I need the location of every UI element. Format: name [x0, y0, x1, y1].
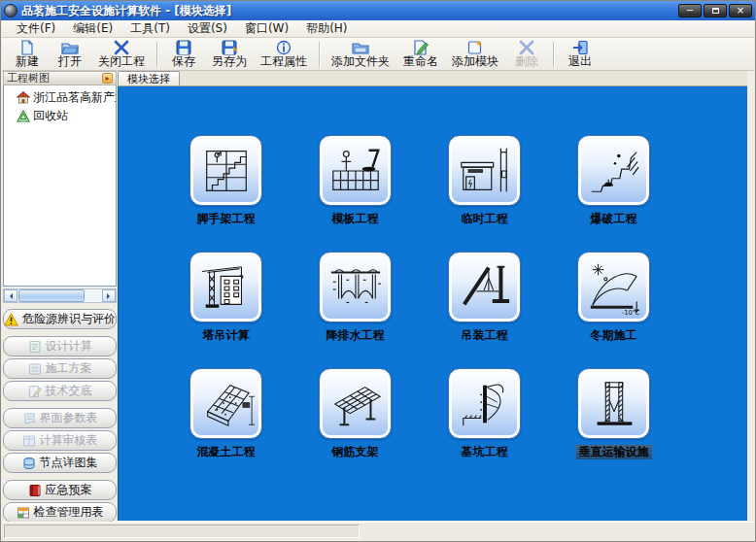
module-label: 脚手架工程 [194, 212, 258, 226]
tree-panel-title: 工程树图 [7, 71, 102, 85]
save-as-button[interactable]: 另存为 [205, 39, 254, 70]
rename-button[interactable]: 重命名 [396, 39, 445, 70]
sidebar: 工程树图 ▸ 浙江品茗高新产业软件 回收站 [3, 71, 117, 521]
minimize-button[interactable]: − [678, 4, 702, 17]
module-icon-dewatering [326, 259, 385, 316]
rename-icon [412, 40, 430, 55]
module-label: 垂直运输设施 [576, 445, 652, 459]
main-area: 模块选择 [118, 71, 747, 521]
module-label: 临时工程 [459, 212, 511, 226]
toolbar: 新建 打开 关闭工程 保存 [2, 38, 754, 71]
module-rebar-support[interactable]: 钢筋支架 [291, 368, 420, 485]
tree-panel-arrow-button[interactable]: ▸ [102, 73, 113, 84]
tech-disclosure-icon [28, 385, 42, 398]
construction-plan-icon [28, 362, 42, 376]
title-bar: 品茗施工安全设施计算软件 - [模块选择] − × [1, 1, 755, 20]
sidebar-buttons: 危险源辨识与评价 设计计算 施工方案 [3, 309, 117, 523]
sidebar-button-node-atlas[interactable]: 节点详图集 [3, 453, 117, 473]
project-properties-button[interactable]: 工程属性 [254, 39, 314, 70]
sidebar-button-hazard-identification[interactable]: 危险源辨识与评价 [3, 309, 117, 329]
audit-table-icon [22, 434, 36, 448]
sidebar-button-construction-plan: 施工方案 [3, 358, 117, 379]
exit-icon [571, 40, 589, 55]
open-button[interactable]: 打开 [49, 39, 91, 70]
delete-icon [518, 40, 535, 55]
add-module-button[interactable]: 添加模块 [445, 39, 505, 70]
tab-strip: 模块选择 [118, 71, 747, 86]
close-button[interactable]: × [729, 4, 752, 17]
module-icon-blasting [585, 143, 643, 199]
application-window: 品茗施工安全设施计算软件 - [模块选择] − × 文件(F) 编辑(E) 工具… [0, 0, 756, 542]
module-label: 混凝土工程 [194, 445, 258, 459]
sidebar-button-check-table[interactable]: 检查管理用表 [3, 502, 117, 523]
module-formwork[interactable]: 模板工程 [291, 135, 420, 252]
new-button[interactable]: 新建 [6, 39, 49, 70]
delete-button: 删除 [505, 39, 548, 70]
tree-item-label: 浙江品茗高新产业软件 [33, 89, 117, 106]
menu-window[interactable]: 窗口(W) [236, 19, 297, 38]
tree-horizontal-scrollbar[interactable] [3, 288, 117, 303]
module-icon-rebar-support [326, 376, 385, 432]
module-scaffolding[interactable]: 脚手架工程 [161, 135, 291, 252]
module-temporary-works[interactable]: 临时工程 [420, 135, 549, 252]
home-icon [17, 91, 30, 104]
tree-panel-header: 工程树图 ▸ [3, 71, 117, 85]
parameter-table-icon [22, 412, 36, 425]
sidebar-button-design-calculation: 设计计算 [3, 336, 117, 356]
save-button[interactable]: 保存 [162, 39, 205, 70]
module-hoisting[interactable]: 吊装工程 [420, 252, 549, 368]
check-table-icon [17, 506, 30, 520]
menu-tools[interactable]: 工具(T) [121, 19, 179, 38]
module-winter-construction[interactable]: -10℃ 冬期施工 [549, 252, 678, 368]
toolbar-separator [319, 42, 320, 67]
sidebar-button-parameter-table: 界面参数表 [3, 408, 117, 428]
scrollbar-thumb[interactable] [18, 289, 85, 302]
module-label: 塔吊计算 [200, 328, 253, 343]
window-title: 品茗施工安全设施计算软件 - [模块选择] [21, 3, 678, 19]
emergency-plan-icon [28, 484, 42, 497]
module-label: 钢筋支架 [329, 445, 382, 459]
exit-button[interactable]: 退出 [559, 39, 601, 70]
warning-icon [4, 313, 18, 326]
module-icon-vertical-transport [585, 376, 643, 432]
sidebar-button-audit-table: 计算审核表 [3, 430, 117, 451]
module-icon-temporary-works [456, 143, 514, 199]
app-icon [4, 4, 17, 17]
menu-file[interactable]: 文件(F) [8, 19, 64, 38]
module-concrete[interactable]: 混凝土工程 [161, 368, 291, 485]
close-project-button[interactable]: 关闭工程 [91, 39, 152, 70]
design-calc-icon [28, 340, 42, 354]
scrollbar-track[interactable] [17, 289, 102, 302]
module-label: 基坑工程 [459, 445, 511, 459]
toolbar-separator [553, 42, 554, 67]
maximize-button[interactable] [704, 4, 727, 17]
winter-temperature-label: -10℃ [621, 309, 639, 316]
recycle-icon [17, 110, 30, 122]
module-foundation-pit[interactable]: 基坑工程 [420, 368, 549, 485]
menu-help[interactable]: 帮助(H) [297, 19, 356, 38]
module-blasting[interactable]: 爆破工程 [549, 135, 678, 252]
add-folder-button[interactable]: 添加文件夹 [325, 39, 396, 70]
scroll-right-arrow[interactable] [102, 289, 116, 302]
add-folder-icon [352, 40, 369, 55]
module-vertical-transport[interactable]: 垂直运输设施 [549, 368, 678, 485]
save-as-icon [221, 40, 238, 55]
tab-module-selection[interactable]: 模块选择 [118, 71, 180, 85]
project-properties-icon [275, 40, 292, 55]
module-label: 模板工程 [329, 212, 382, 226]
module-tower-crane[interactable]: 塔吊计算 [161, 252, 291, 368]
scroll-left-arrow[interactable] [4, 289, 17, 302]
menu-settings[interactable]: 设置(S) [179, 19, 236, 38]
module-dewatering[interactable]: 降排水工程 [291, 252, 420, 368]
project-tree: 浙江品茗高新产业软件 回收站 [3, 85, 117, 287]
tree-item-recycle-bin[interactable]: 回收站 [5, 107, 115, 125]
module-label: 吊装工程 [459, 328, 511, 343]
node-atlas-icon [22, 457, 36, 470]
close-project-icon [113, 40, 130, 55]
menu-edit[interactable]: 编辑(E) [64, 19, 121, 38]
toolbar-separator [156, 42, 157, 67]
tree-item-project-root[interactable]: 浙江品茗高新产业软件 [5, 88, 115, 107]
module-icon-foundation-pit [456, 376, 514, 432]
sidebar-button-emergency-plan[interactable]: 应急预案 [3, 480, 117, 500]
save-icon [175, 40, 192, 55]
